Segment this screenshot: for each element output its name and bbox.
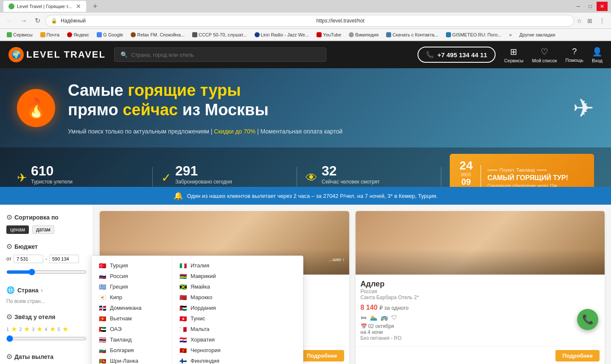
budget-from-label: от [6, 256, 11, 262]
country-morocco[interactable]: 🇲🇦 Марокко [179, 292, 247, 303]
details-button-2[interactable]: Подробнее [555, 350, 600, 361]
stars-range-slider[interactable] [6, 335, 87, 342]
country-jordan[interactable]: 🇯🇴 Иордания [179, 303, 247, 313]
bookmark-yandex[interactable]: Яндекс [64, 31, 92, 38]
floating-call-button[interactable]: 📞 [577, 309, 598, 330]
country-dropdown: 🇹🇷 Турция 🇷🇺 Россия 🇬🇷 Греция 🇨🇾 Кипр 🇩 [91, 256, 303, 364]
country-greece[interactable]: 🇬🇷 Греция [98, 281, 165, 292]
nav-help[interactable]: ? Помощь [566, 47, 584, 63]
header-navigation: ⊞ Сервисы ♡ Мой список ? Помощь 👤 Вход [504, 47, 603, 63]
navigation-bar: ← → ↻ 🔒 Надёжный https://level.travel/ho… [0, 13, 611, 29]
more-bookmarks[interactable]: » [506, 31, 515, 38]
price-range: от - [6, 255, 87, 263]
sort-by-date-button[interactable]: датам [32, 225, 54, 234]
bookmark-linn[interactable]: Linn Radio - Jazz We... [251, 31, 313, 38]
other-bookmarks[interactable]: Другие закладки [516, 31, 558, 38]
details-button-1[interactable]: Подробнее [300, 350, 344, 361]
star-5[interactable]: ★ [62, 325, 68, 333]
bookmark-favicon [446, 32, 451, 37]
country-vietnam[interactable]: 🇻🇳 Вьетнам [98, 313, 165, 324]
country-name-tunisia: Тунис [191, 315, 205, 322]
bookmark-sssr[interactable]: СССР 50-70, слушат... [189, 31, 250, 38]
forward-button[interactable]: → [18, 16, 30, 25]
country-finland[interactable]: 🇫🇮 Финляндия [179, 356, 247, 364]
sort-buttons-row: ценам датам [6, 225, 87, 234]
stat-watching-label: Сейчас человек смотрятгорящие туры [322, 179, 380, 187]
flag-greece: 🇬🇷 [98, 284, 107, 290]
bookmark-google[interactable]: G Google [93, 31, 126, 38]
bookmark-pochta[interactable]: Почта [37, 31, 63, 38]
address-bar[interactable]: 🔒 Надёжный https://level.travel/hot [45, 15, 574, 27]
nav-mylist[interactable]: ♡ Мой список [532, 47, 557, 63]
country-russia[interactable]: 🇷🇺 Россия [98, 271, 165, 281]
sidebar-budget-section: ⊙ Бюджет от - [6, 242, 87, 278]
hero-banner: 🔥 Самые горящие туры прямо сейчас из Мос… [0, 68, 611, 187]
sort-label: Сортировка по [14, 214, 59, 221]
search-input[interactable] [131, 52, 320, 58]
country-jamaica[interactable]: 🇯🇲 Ямайка [179, 281, 247, 292]
country-italy[interactable]: 🇮🇹 Италия [179, 260, 247, 271]
site-logo[interactable]: 🌍 LEVEL TRAVEL [8, 47, 106, 62]
stars-icon: ⊙ [6, 313, 12, 321]
bookmark-relax[interactable]: Relax FM. Спокойна... [127, 31, 188, 38]
nav-login[interactable]: 👤 Вход [592, 47, 603, 63]
country-mauritius[interactable]: 🇲🇺 Маврикий [179, 271, 247, 281]
country-montenegro[interactable]: 🇲🇪 Черногория [179, 345, 247, 356]
stat-tourists-label: Туристов улетелисегодня [31, 179, 73, 187]
flag-morocco: 🇲🇦 [179, 295, 187, 300]
stat-booked: ✓ 291 Забронировано сегоднягорящих туров [161, 163, 288, 187]
close-button[interactable]: ✕ [597, 2, 608, 11]
hero-title-part1: Самые [68, 81, 123, 99]
country-cyprus[interactable]: 🇨🇾 Кипр [98, 292, 165, 303]
sidebar-stars-section: ⊙ Звёзд у отеля 1 ★ 2 ★ 3 ★ 4 ★ 5 ★ [6, 313, 87, 344]
star-3[interactable]: ★ [36, 325, 42, 333]
site-search-box[interactable]: 🔍 [114, 47, 326, 62]
nav-services[interactable]: ⊞ Сервисы [504, 47, 524, 63]
sidebar-country-section: 🌐 Страна › По всем стран... [6, 286, 87, 304]
flag-jordan: 🇯🇴 [179, 305, 187, 311]
card-price-2: 8 140 ₽ за одного [361, 304, 600, 311]
country-tunisia[interactable]: 🇹🇳 Тунис [179, 313, 247, 324]
tab-favicon [8, 3, 14, 9]
country-croatia[interactable]: 🇭🇷 Хорватия [179, 334, 247, 345]
sort-by-price-button[interactable]: ценам [6, 225, 29, 234]
tab-close-button[interactable]: ✕ [76, 3, 81, 10]
country-srilanka[interactable]: 🇱🇰 Шри-Ланка [98, 356, 165, 364]
budget-from-input[interactable] [14, 255, 43, 263]
extensions-button[interactable]: ⊞ [585, 16, 595, 25]
star-1[interactable]: ★ [11, 325, 17, 333]
bookmark-gismeteo[interactable]: GISMETEO.RU: Пого... [443, 31, 505, 38]
menu-button[interactable]: ⋮ [597, 16, 608, 25]
price-range-slider[interactable] [6, 269, 87, 275]
bookmark-favicon [317, 32, 322, 37]
new-tab-button[interactable]: + [90, 2, 101, 11]
bookmark-wikipedia[interactable]: Википедия [345, 31, 382, 38]
stars-label: Звёзд у отеля [14, 314, 55, 320]
country-title: 🌐 Страна › [6, 286, 87, 294]
phone-button[interactable]: 📞 +7 495 134 44 11 [418, 47, 496, 63]
country-malta[interactable]: 🇲🇹 Мальта [179, 324, 247, 334]
maximize-button[interactable]: □ [585, 2, 596, 11]
hero-title: Самые горящие туры прямо сейчас из Москв… [68, 81, 560, 119]
budget-to-input[interactable] [49, 255, 79, 263]
country-thailand[interactable]: 🇹🇭 Таиланд [98, 334, 165, 345]
browser-tab[interactable]: Level Travel | Горящие т... ✕ [3, 1, 86, 12]
secure-label: Надёжный [61, 18, 313, 24]
country-value: По всем стран... [6, 298, 87, 304]
country-name-turkey: Турция [110, 262, 128, 269]
back-button[interactable]: ← [3, 16, 15, 25]
star-num-2: 2 [19, 327, 22, 332]
bookmark-servisy[interactable]: Сервисы [3, 31, 36, 38]
country-turkey[interactable]: 🇹🇷 Турция [98, 260, 165, 271]
bookmark-star-button[interactable]: ☆ [577, 17, 582, 24]
country-uae[interactable]: 🇦🇪 ОАЭ [98, 324, 165, 334]
refresh-button[interactable]: ↻ [32, 16, 43, 25]
star-4[interactable]: ★ [50, 325, 56, 333]
minimize-button[interactable]: ─ [573, 2, 584, 11]
card-nights-2: на 4 ночи [361, 329, 600, 335]
bookmark-vk[interactable]: Скачать с Контакта... [383, 31, 442, 38]
country-bulgaria[interactable]: 🇧🇬 Болгария [98, 345, 165, 356]
bookmark-youtube[interactable]: YouTube [313, 31, 345, 38]
star-2[interactable]: ★ [24, 325, 30, 333]
country-dominicana[interactable]: 🇩🇴 Доминикана [98, 303, 165, 313]
